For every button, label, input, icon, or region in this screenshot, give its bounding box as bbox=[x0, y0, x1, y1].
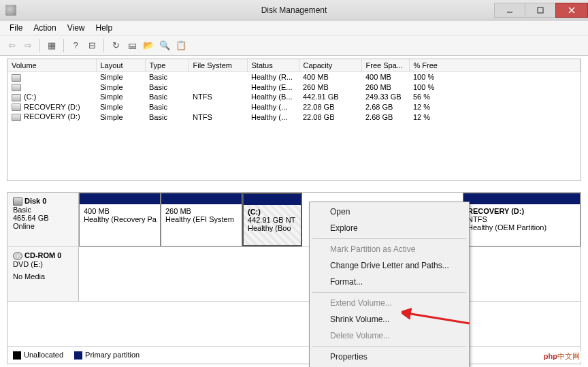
partition-block[interactable]: RECOVERY (D:)NTFSHealthy (OEM Partition) bbox=[463, 193, 581, 246]
cdrom-info[interactable]: CD-ROM 0 DVD (E:) No Media bbox=[7, 247, 79, 301]
context-menu-item[interactable]: Open bbox=[311, 204, 468, 220]
context-menu-item[interactable]: Properties bbox=[311, 349, 468, 365]
menubar: File Action View Help bbox=[0, 20, 588, 35]
cdrom-row: CD-ROM 0 DVD (E:) No Media bbox=[7, 247, 581, 302]
partition-header bbox=[161, 193, 242, 204]
disk-0-row: Disk 0 Basic 465.64 GB Online 400 MBHeal… bbox=[7, 193, 581, 247]
refresh-button[interactable]: ↻ bbox=[108, 38, 123, 53]
partition-header bbox=[244, 194, 301, 205]
col-capacity[interactable]: Capacity bbox=[299, 59, 361, 72]
partition-block[interactable]: (C:)442.91 GB NTHealthy (Boo bbox=[242, 193, 302, 246]
partition-block[interactable]: 400 MBHealthy (Recovery Pa bbox=[79, 193, 161, 246]
table-row[interactable]: SimpleBasicHealthy (R...400 MB400 MB100 … bbox=[7, 72, 581, 82]
disk-0-info[interactable]: Disk 0 Basic 465.64 GB Online bbox=[7, 193, 79, 246]
table-row[interactable]: RECOVERY (D:)SimpleBasicHealthy (...22.0… bbox=[7, 102, 581, 112]
rescan-button[interactable]: 🖴 bbox=[125, 38, 140, 53]
app-icon bbox=[5, 5, 16, 16]
watermark: php中文网 bbox=[540, 350, 584, 363]
disk-icon bbox=[13, 197, 22, 206]
back-button[interactable]: ⇦ bbox=[4, 38, 19, 53]
list-button[interactable]: ⊟ bbox=[84, 38, 99, 53]
partition-status: Healthy (Boo bbox=[248, 224, 297, 232]
legend: Unallocated Primary partition bbox=[7, 346, 581, 364]
col-pctfree[interactable]: % Free bbox=[409, 59, 581, 72]
col-type[interactable]: Type bbox=[145, 59, 189, 72]
partition-title: (C:) bbox=[248, 208, 297, 216]
titlebar: Disk Management bbox=[0, 0, 588, 20]
col-layout[interactable]: Layout bbox=[96, 59, 145, 72]
volume-icon bbox=[12, 94, 21, 101]
open-button[interactable]: 📂 bbox=[141, 38, 156, 53]
volume-icon bbox=[12, 103, 21, 111]
context-menu-item: Mark Partition as Active bbox=[311, 241, 468, 257]
partition-block[interactable]: 260 MBHealthy (EFI System bbox=[161, 193, 242, 246]
menu-view[interactable]: View bbox=[62, 22, 91, 34]
context-menu-separator bbox=[312, 346, 466, 347]
context-menu-item[interactable]: Shrink Volume... bbox=[311, 311, 468, 328]
volume-table-wrap: Volume Layout Type File System Status Ca… bbox=[7, 59, 581, 181]
partition-title: RECOVERY (D:) bbox=[468, 207, 576, 215]
legend-primary: Primary partition bbox=[74, 351, 140, 360]
context-menu-item[interactable]: Change Drive Letter and Paths... bbox=[311, 257, 468, 274]
disk-layout-panel: Disk 0 Basic 465.64 GB Online 400 MBHeal… bbox=[7, 192, 581, 364]
toolbar-separator bbox=[103, 39, 104, 52]
view-button[interactable]: ▦ bbox=[44, 38, 59, 53]
disk-size: 465.64 GB bbox=[13, 214, 73, 222]
close-button[interactable] bbox=[555, 3, 588, 18]
forward-button[interactable]: ⇨ bbox=[20, 38, 35, 53]
toolbar: ⇦ ⇨ ▦ ? ⊟ ↻ 🖴 📂 🔍 📋 bbox=[0, 35, 588, 56]
svg-rect-1 bbox=[538, 7, 543, 13]
help-button[interactable]: ? bbox=[68, 38, 83, 53]
partition-header bbox=[463, 193, 580, 204]
search-button[interactable]: 🔍 bbox=[157, 38, 172, 53]
context-menu-item[interactable]: Explore bbox=[311, 220, 468, 236]
window-title: Disk Management bbox=[261, 5, 327, 15]
volume-icon bbox=[12, 114, 21, 121]
col-status[interactable]: Status bbox=[247, 59, 299, 72]
context-menu-item: Extend Volume... bbox=[311, 295, 468, 311]
partition-size: 400 MB bbox=[84, 207, 156, 215]
maximize-button[interactable] bbox=[525, 3, 556, 18]
table-row[interactable]: SimpleBasicHealthy (E...260 MB260 MB100 … bbox=[7, 82, 581, 93]
col-free[interactable]: Free Spa... bbox=[361, 59, 409, 72]
swatch-unallocated bbox=[13, 351, 21, 360]
volume-icon bbox=[12, 74, 21, 82]
table-row[interactable]: RECOVERY (D:)SimpleBasicNTFSHealthy (...… bbox=[7, 112, 581, 122]
partition-status: Healthy (OEM Partition) bbox=[468, 223, 576, 232]
partition-size: NTFS bbox=[468, 215, 576, 223]
partition-status: Healthy (EFI System bbox=[165, 215, 238, 223]
context-menu-item: Delete Volume... bbox=[311, 328, 468, 344]
context-menu-item[interactable]: Format... bbox=[311, 274, 468, 290]
partition-size: 442.91 GB NT bbox=[248, 216, 297, 224]
minimize-button[interactable] bbox=[494, 3, 525, 18]
cdrom-drive: DVD (E:) bbox=[13, 260, 73, 268]
partition-status: Healthy (Recovery Pa bbox=[84, 215, 156, 223]
toolbar-separator bbox=[63, 39, 64, 52]
volume-table: Volume Layout Type File System Status Ca… bbox=[7, 59, 581, 122]
partition-size: 260 MB bbox=[165, 207, 238, 215]
context-menu-separator bbox=[312, 292, 466, 293]
menu-file[interactable]: File bbox=[4, 22, 28, 34]
window-controls bbox=[495, 3, 588, 18]
partition-header bbox=[80, 193, 160, 204]
disk-status: Online bbox=[13, 222, 73, 230]
content-area: Volume Layout Type File System Status Ca… bbox=[0, 56, 588, 367]
cdrom-name: CD-ROM 0 bbox=[24, 251, 61, 259]
properties-button[interactable]: 📋 bbox=[174, 38, 189, 53]
volume-icon bbox=[12, 84, 21, 91]
table-header-row: Volume Layout Type File System Status Ca… bbox=[7, 59, 581, 72]
disk-type: Basic bbox=[13, 206, 73, 214]
context-menu-separator bbox=[312, 238, 466, 239]
table-row[interactable]: (C:)SimpleBasicNTFSHealthy (B...442.91 G… bbox=[7, 92, 581, 102]
col-volume[interactable]: Volume bbox=[7, 59, 96, 72]
disk-name: Disk 0 bbox=[24, 197, 46, 205]
legend-unallocated: Unallocated bbox=[13, 351, 63, 360]
menu-help[interactable]: Help bbox=[91, 22, 118, 34]
menu-action[interactable]: Action bbox=[28, 22, 61, 34]
toolbar-separator bbox=[39, 39, 40, 52]
cdrom-status: No Media bbox=[13, 272, 73, 281]
col-filesystem[interactable]: File System bbox=[189, 59, 247, 72]
cdrom-icon bbox=[13, 252, 22, 260]
swatch-primary bbox=[74, 351, 82, 360]
context-menu: OpenExploreMark Partition as ActiveChang… bbox=[309, 202, 470, 367]
